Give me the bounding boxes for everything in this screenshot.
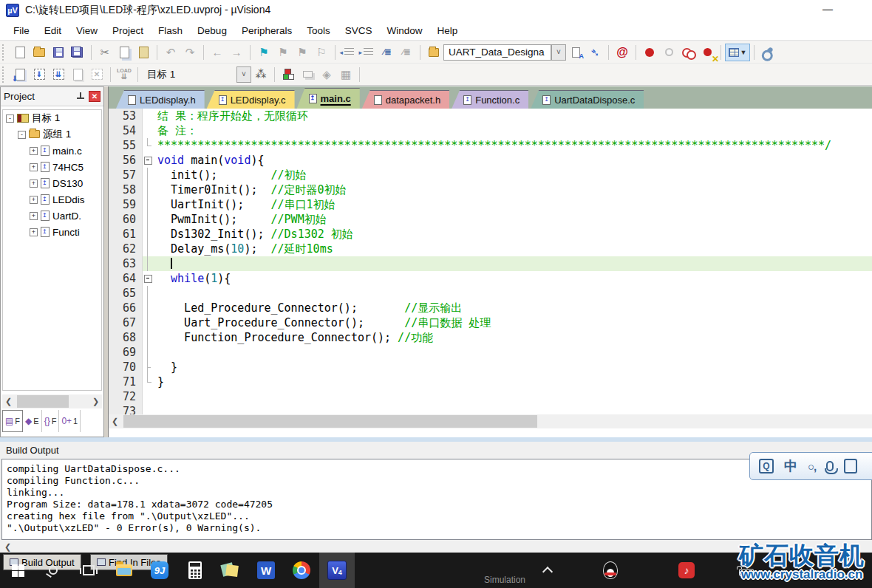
download-button[interactable]: LOAD⇊ — [115, 66, 134, 83]
next-bookmark-button[interactable]: ⚑ — [273, 44, 293, 61]
tree-item[interactable]: +LEDdis — [3, 191, 101, 208]
templates-view-tab[interactable]: 0+1 — [59, 410, 81, 432]
build-button[interactable]: ⇓ — [30, 66, 49, 83]
project-hscrollbar[interactable]: ❮ ❯ — [2, 394, 102, 408]
manage-components-button[interactable] — [298, 66, 317, 83]
tree-expand-toggle[interactable]: + — [30, 228, 38, 236]
tree-item[interactable]: +DS130 — [3, 175, 101, 191]
doc-tab-LEDdisplay.c[interactable]: LEDdisplay.c — [207, 90, 295, 109]
doc-tab-Function.c[interactable]: Function.c — [452, 90, 528, 109]
project-tree[interactable]: -目标 1-源组 1+main.c+74HC5+DS130+LEDdis+Uar… — [2, 109, 102, 391]
tree-item[interactable]: +main.c — [3, 143, 101, 159]
taskbar-button-youdao-dict[interactable]: 9J — [142, 553, 177, 588]
doc-tab-main.c[interactable]: main.c — [297, 88, 360, 109]
menu-flash[interactable]: Flash — [151, 22, 190, 39]
tree-item[interactable]: +UartD. — [3, 208, 101, 224]
taskbar-button-search[interactable] — [35, 553, 71, 588]
redo-button[interactable]: ↷ — [180, 44, 200, 61]
scroll-left-arrow[interactable]: ❮ — [109, 415, 121, 428]
taskbar-button-file-explorer[interactable] — [106, 553, 142, 588]
taskbar-button-sticky-notes[interactable] — [213, 553, 248, 588]
chinese-mode-icon[interactable]: 中 — [784, 457, 797, 475]
tree-expand-toggle[interactable]: - — [6, 114, 14, 123]
project-view-tab[interactable]: ▤F — [2, 410, 23, 432]
minimize-button[interactable]: — — [819, 3, 837, 18]
tree-item[interactable]: +74HC5 — [3, 159, 101, 175]
pin-icon[interactable] — [75, 92, 86, 102]
indent-button[interactable]: ▸ — [358, 44, 378, 61]
tree-expand-toggle[interactable]: + — [30, 196, 38, 204]
tree-expand-toggle[interactable]: + — [30, 147, 38, 155]
taskbar-button-task-view[interactable] — [71, 553, 106, 588]
options-for-target-button[interactable] — [279, 66, 298, 83]
open-file-button[interactable] — [30, 44, 49, 61]
taskbar-button-start[interactable] — [0, 553, 35, 588]
navigate-back-button[interactable]: ← — [208, 44, 227, 61]
menu-file[interactable]: File — [6, 22, 37, 39]
menu-debug[interactable]: Debug — [190, 22, 234, 39]
tree-expand-toggle[interactable]: + — [30, 180, 38, 188]
kill-all-breakpoints-button[interactable]: ✕ — [698, 44, 717, 61]
search-combo[interactable]: UART_Data_Designa — [443, 44, 551, 61]
window-layout-button[interactable]: ▼ — [725, 44, 750, 61]
menu-svcs[interactable]: SVCS — [338, 22, 380, 39]
find-symbols-button[interactable]: @ — [613, 44, 632, 61]
manage-run-time-button[interactable]: ◈ — [317, 66, 336, 83]
taskbar-button-word[interactable]: W — [248, 553, 284, 588]
menu-edit[interactable]: Edit — [37, 22, 69, 39]
find-in-files-button[interactable]: A — [566, 44, 585, 61]
scrollbar-thumb[interactable] — [123, 415, 537, 428]
taskbar-button-uvision[interactable]: V4 — [319, 553, 355, 588]
stop-build-button[interactable]: ✕ — [87, 66, 106, 83]
target-wizard-button[interactable]: ⁂ — [251, 66, 270, 83]
navigate-forward-button[interactable]: → — [227, 44, 246, 61]
menu-help[interactable]: Help — [430, 22, 466, 39]
fold-margin[interactable] — [143, 271, 154, 286]
enable-breakpoint-button[interactable] — [659, 44, 678, 61]
toggle-bookmark-button[interactable]: ⚑ — [254, 44, 273, 61]
taskbar-button-calculator[interactable] — [177, 553, 213, 588]
tree-item[interactable]: -源组 1 — [3, 126, 101, 143]
menu-project[interactable]: Project — [105, 22, 151, 39]
copy-button[interactable] — [115, 44, 134, 61]
paste-button[interactable] — [134, 44, 153, 61]
books-view-tab[interactable]: ◆E — [23, 410, 42, 432]
scroll-left-arrow[interactable]: ❮ — [1, 541, 14, 553]
punctuation-icon[interactable]: ○, — [808, 460, 816, 473]
tree-expand-toggle[interactable]: + — [30, 212, 38, 220]
clear-bookmarks-button[interactable]: ⚐ — [312, 44, 331, 61]
scroll-right-arrow[interactable]: ❯ — [89, 395, 102, 408]
doc-tab-datapacket.h[interactable]: datapacket.h — [362, 90, 449, 109]
build-output-log[interactable]: compiling UartDataDispose.c...compiling … — [1, 459, 872, 540]
scrollbar-thumb[interactable] — [17, 395, 69, 408]
batch-build-button[interactable] — [68, 66, 87, 83]
taskbar-button-chrome[interactable] — [284, 553, 319, 588]
save-button[interactable] — [49, 44, 68, 61]
translate-button[interactable]: ⇓ — [10, 66, 30, 83]
comment-selection-button[interactable]: ∕≣ — [378, 44, 397, 61]
tree-item[interactable]: -目标 1 — [3, 110, 101, 126]
rebuild-button[interactable]: ⇊ — [49, 66, 68, 83]
tray-chevron-icon[interactable] — [542, 567, 553, 577]
close-panel-button[interactable]: ✕ — [89, 91, 101, 102]
tree-expand-toggle[interactable]: - — [18, 131, 26, 139]
functions-view-tab[interactable]: {}F — [42, 410, 60, 432]
code-editor[interactable]: 53结 果：程序开始处，无限循环54备 注：55****************… — [109, 109, 872, 414]
tree-expand-toggle[interactable]: + — [30, 163, 38, 171]
menu-window[interactable]: Window — [379, 22, 429, 39]
cut-button[interactable]: ✂ — [95, 44, 115, 61]
unindent-button[interactable]: ◂ — [339, 44, 358, 61]
uncomment-selection-button[interactable]: ∕≣ — [397, 44, 416, 61]
search-combo-dropdown[interactable]: ˅ — [551, 44, 566, 61]
qq-icon[interactable] — [603, 561, 618, 579]
menu-tools[interactable]: Tools — [299, 22, 338, 39]
new-file-button[interactable] — [10, 44, 30, 61]
tree-item[interactable]: +Functi — [3, 224, 101, 240]
editor-hscrollbar[interactable]: ❮ — [109, 414, 872, 428]
settings-icon[interactable] — [844, 459, 857, 474]
fold-margin[interactable] — [143, 153, 154, 168]
incremental-find-button[interactable]: ➴ — [585, 44, 604, 61]
target-combo-dropdown[interactable]: ˅ — [236, 66, 251, 83]
menu-view[interactable]: View — [69, 22, 105, 39]
disable-all-breakpoints-button[interactable] — [678, 44, 698, 61]
